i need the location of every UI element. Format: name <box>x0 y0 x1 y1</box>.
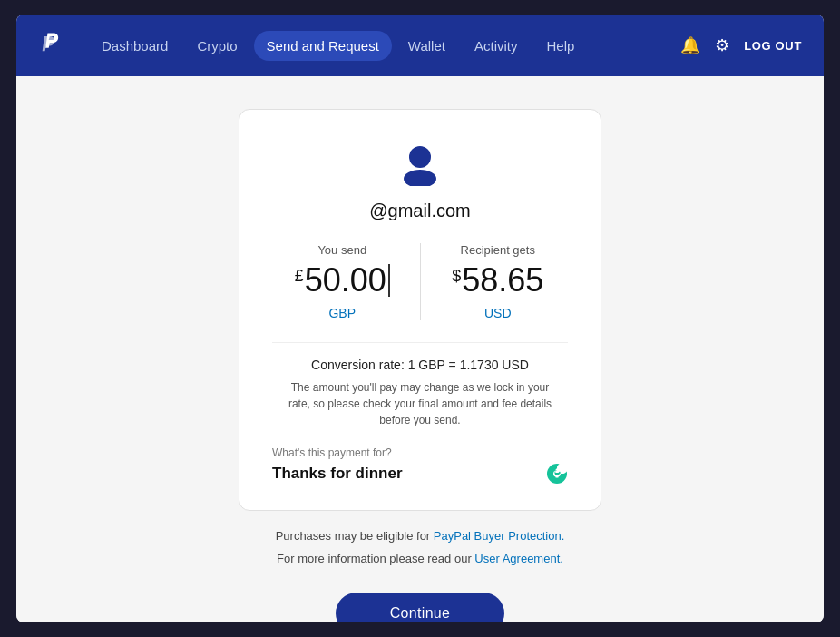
logout-button[interactable]: LOG OUT <box>744 39 802 53</box>
card-divider <box>272 342 568 343</box>
receive-currency-link[interactable]: USD <box>484 306 512 320</box>
navbar: Dashboard Crypto Send and Request Wallet… <box>16 15 824 76</box>
payment-purpose-text: Thanks for dinner <box>272 465 403 483</box>
recipient-avatar <box>396 139 444 201</box>
send-currency-symbol: £ <box>295 268 304 284</box>
recipient-email: @gmail.com <box>369 201 470 221</box>
payment-purpose-row: Thanks for dinner <box>272 463 568 485</box>
send-amount-col: You send £ 50.00 GBP <box>272 243 413 320</box>
nav-wallet[interactable]: Wallet <box>396 31 458 61</box>
svg-point-1 <box>404 170 436 186</box>
notification-icon[interactable]: 🔔 <box>680 35 700 55</box>
svg-rect-4 <box>556 476 559 478</box>
nav-help[interactable]: Help <box>533 31 587 61</box>
nav-dashboard[interactable]: Dashboard <box>89 31 181 61</box>
nav-links: Dashboard Crypto Send and Request Wallet… <box>89 31 680 61</box>
nav-activity[interactable]: Activity <box>462 31 531 61</box>
buyer-protection-link[interactable]: PayPal Buyer Protection. <box>434 529 565 543</box>
you-send-label: You send <box>317 243 366 257</box>
buyer-protection-line: Purchases may be eligible for PayPal Buy… <box>276 529 565 543</box>
payment-purpose: What's this payment for? Thanks for dinn… <box>272 446 568 485</box>
nav-right: 🔔 ⚙ LOG OUT <box>680 35 802 55</box>
payment-card: @gmail.com You send £ 50.00 GBP Recipien… <box>239 109 601 511</box>
payment-purpose-label: What's this payment for? <box>272 446 568 459</box>
nav-send-request[interactable]: Send and Request <box>254 31 392 61</box>
conversion-note: The amount you'll pay may change as we l… <box>284 379 556 428</box>
input-cursor <box>388 264 390 297</box>
conversion-rate: Conversion rate: 1 GBP = 1.1730 USD <box>311 358 529 372</box>
user-agreement-link[interactable]: User Agreement. <box>474 552 563 565</box>
paypal-logo[interactable] <box>38 30 63 61</box>
settings-icon[interactable]: ⚙ <box>715 35 729 55</box>
receive-currency-symbol: $ <box>452 268 461 284</box>
send-amount-number: 50.00 <box>305 264 386 297</box>
main-content: @gmail.com You send £ 50.00 GBP Recipien… <box>16 76 824 622</box>
buyer-protection-text: Purchases may be eligible for <box>276 529 434 543</box>
svg-rect-3 <box>555 475 559 476</box>
receive-amount-col: Recipient gets $ 58.65 USD <box>428 243 569 320</box>
grammarly-icon <box>546 463 568 485</box>
user-agreement-line: For more information please read our Use… <box>276 552 565 565</box>
send-currency-link[interactable]: GBP <box>328 306 356 320</box>
user-agreement-text: For more information please read our <box>277 552 474 565</box>
continue-button[interactable]: Continue <box>336 593 505 622</box>
footer-info: Purchases may be eligible for PayPal Buy… <box>276 529 565 574</box>
amount-divider <box>420 243 421 320</box>
recipient-gets-label: Recipient gets <box>461 243 535 257</box>
svg-point-0 <box>409 146 431 168</box>
receive-amount-value: $ 58.65 <box>452 264 543 297</box>
send-amount-value: £ 50.00 <box>295 264 390 297</box>
receive-amount-number: 58.65 <box>462 264 543 297</box>
amounts-row: You send £ 50.00 GBP Recipient gets $ 58… <box>272 243 568 320</box>
nav-crypto[interactable]: Crypto <box>184 31 249 61</box>
